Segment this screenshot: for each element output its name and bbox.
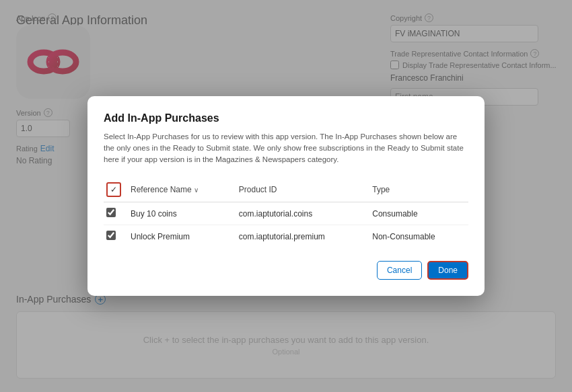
row-ref-name: Buy 10 coins <box>125 202 234 225</box>
ref-name-header: Reference Name ∨ <box>131 185 228 194</box>
col-type: Type <box>367 178 468 202</box>
header-check-mark: ✓ <box>110 185 117 194</box>
row-checkbox-1[interactable] <box>106 231 116 240</box>
row-product-id: com.iaptutorial.coins <box>234 202 367 225</box>
modal-dialog: Add In-App Purchases Select In-App Purch… <box>87 96 485 297</box>
iap-table: ✓ Reference Name ∨ Product ID Type <box>104 178 468 247</box>
row-checkbox-cell <box>104 202 125 225</box>
done-button[interactable]: Done <box>427 261 468 280</box>
table-row: Buy 10 coins com.iaptutorial.coins Consu… <box>104 202 468 225</box>
row-checkbox-0[interactable] <box>106 208 116 217</box>
row-type: Non-Consumable <box>367 225 468 248</box>
header-checkbox-inner: ✓ <box>110 186 118 194</box>
iap-table-body: Buy 10 coins com.iaptutorial.coins Consu… <box>104 202 468 248</box>
row-product-id: com.iaptutorial.premium <box>234 225 367 248</box>
modal-overlay: Add In-App Purchases Select In-App Purch… <box>0 0 572 392</box>
row-checkbox-cell <box>104 225 125 248</box>
table-header-row: ✓ Reference Name ∨ Product ID Type <box>104 178 468 202</box>
col-ref-name[interactable]: Reference Name ∨ <box>125 178 234 202</box>
sort-arrow-icon: ∨ <box>194 186 199 194</box>
cancel-button[interactable]: Cancel <box>377 261 422 280</box>
modal-description: Select In-App Purchases for us to review… <box>104 131 468 166</box>
modal-footer: Cancel Done <box>104 261 468 280</box>
page-background: General App Information App Icon ? <box>0 0 572 392</box>
row-ref-name: Unlock Premium <box>125 225 234 248</box>
header-checkbox-wrapper[interactable]: ✓ <box>106 182 121 197</box>
table-row: Unlock Premium com.iaptutorial.premium N… <box>104 225 468 248</box>
header-checkbox-cell: ✓ <box>104 178 125 202</box>
col-product-id: Product ID <box>234 178 367 202</box>
modal-title: Add In-App Purchases <box>104 112 468 124</box>
row-type: Consumable <box>367 202 468 225</box>
